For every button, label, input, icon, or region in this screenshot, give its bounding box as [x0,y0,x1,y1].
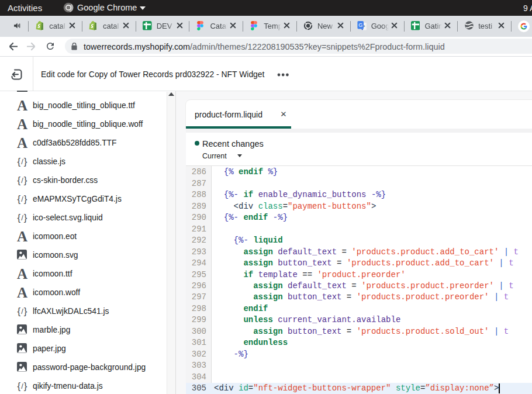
svg-text:G: G [358,22,362,28]
